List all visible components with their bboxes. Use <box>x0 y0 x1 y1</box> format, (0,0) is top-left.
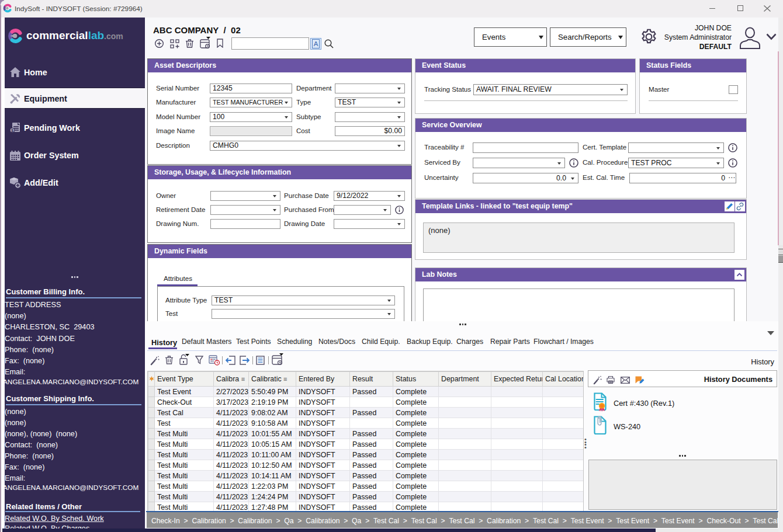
svg-text:$: $ <box>11 128 13 133</box>
